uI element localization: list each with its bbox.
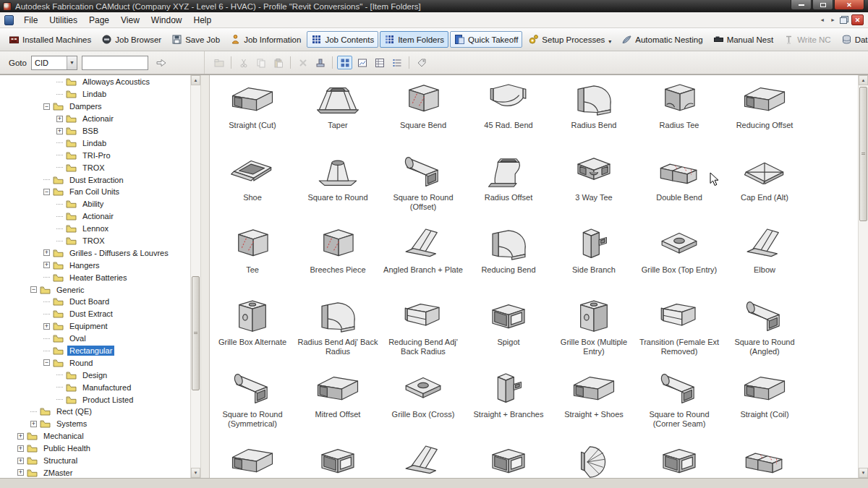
menu-help[interactable]: Help <box>188 13 218 27</box>
item-radius-tee[interactable]: Radius Tee <box>637 78 722 150</box>
item-partial[interactable] <box>466 440 551 478</box>
tree-item-design[interactable]: Design <box>0 369 190 381</box>
item-square-to-round-angled[interactable]: Square to Round (Angled) <box>722 295 807 367</box>
item-angled-branch-plate[interactable]: Angled Branch + Plate <box>380 223 466 295</box>
tree-item-rectangular[interactable]: Rectangular <box>0 345 190 357</box>
item-mitred-offset[interactable]: Mitred Offset <box>295 367 380 440</box>
tree-item-bsb[interactable]: +BSB <box>0 125 190 137</box>
menu-file[interactable]: File <box>18 13 43 27</box>
item-reducing-bend-adj-back-radius[interactable]: Reducing Bend Adj' Back Radius <box>380 295 466 367</box>
grid-scrollbar-thumb[interactable] <box>859 87 867 221</box>
toolbar-button-quick-takeoff[interactable]: Quick Takeoff <box>450 31 522 48</box>
goto-search-input[interactable] <box>82 56 148 70</box>
collapse-icon[interactable]: − <box>43 189 50 195</box>
item-partial[interactable] <box>722 440 807 478</box>
tree-item-equipment[interactable]: +Equipment <box>0 320 190 333</box>
tree-item-zmaster[interactable]: +ZMaster <box>0 467 190 479</box>
scroll-up-icon[interactable]: ▲ <box>191 75 200 85</box>
item-square-bend[interactable]: Square Bend <box>380 78 466 150</box>
tree-item-actionair[interactable]: Actionair <box>0 210 190 223</box>
nav-forward-icon[interactable]: ► <box>829 16 837 24</box>
properties-button[interactable] <box>312 56 328 69</box>
tree-item-manufactured[interactable]: Manufactured <box>0 381 190 393</box>
item-partial[interactable] <box>551 440 637 478</box>
item-radius-offset[interactable]: Radius Offset <box>466 150 551 223</box>
mdi-close-button[interactable]: ✕ <box>851 14 864 25</box>
minimize-button[interactable] <box>791 0 812 10</box>
expand-icon[interactable]: + <box>30 421 37 427</box>
tree-item-trox[interactable]: TROX <box>0 235 190 247</box>
item-radius-bend-adj-back-radius[interactable]: Radius Bend Adj' Back Radius <box>295 295 380 367</box>
expand-icon[interactable]: + <box>17 469 24 476</box>
item-reducing-offset[interactable]: Reducing Offset <box>722 78 807 150</box>
item-square-to-round[interactable]: Square to Round <box>295 150 380 223</box>
expand-icon[interactable]: + <box>43 249 50 256</box>
tree-item-grilles-diffusers-louvres[interactable]: +Grilles - Diffusers & Louvres <box>0 247 190 259</box>
item-straight-branches[interactable]: Straight + Branches <box>466 367 551 440</box>
collapse-icon[interactable]: − <box>43 103 50 110</box>
menu-window[interactable]: Window <box>145 13 188 27</box>
tree-item-public-health[interactable]: +Public Health <box>0 442 190 455</box>
expand-icon[interactable]: + <box>43 262 50 268</box>
expand-icon[interactable]: + <box>17 445 24 452</box>
grid-scrollbar[interactable]: ▲ ▼ <box>858 75 868 478</box>
tree-item-systems[interactable]: +Systems <box>0 418 190 430</box>
item-transition-female-ext-removed[interactable]: Transition (Female Ext Removed) <box>637 295 722 367</box>
view-details-button[interactable] <box>372 56 387 69</box>
tree-scrollbar-thumb[interactable] <box>192 276 200 390</box>
expand-icon[interactable]: + <box>17 458 24 464</box>
tree-item-product-listed[interactable]: Product Listed <box>0 393 190 406</box>
item-45-rad-bend[interactable]: 45 Rad. Bend <box>466 78 551 150</box>
tree-item-fan-coil-units[interactable]: −Fan Coil Units <box>0 186 190 198</box>
item-partial[interactable] <box>210 440 295 478</box>
expand-icon[interactable]: + <box>17 433 24 440</box>
item-shoe[interactable]: Shoe <box>210 150 295 223</box>
menu-page[interactable]: Page <box>83 13 115 27</box>
toolbar-button-save-job[interactable]: Save Job <box>167 31 224 48</box>
item-partial[interactable] <box>295 440 380 478</box>
item-spigot[interactable]: Spigot <box>466 295 551 367</box>
tree-item-dust-extraction[interactable]: Dust Extraction <box>0 174 190 186</box>
toolbar-button-database[interactable]: Database <box>837 31 868 48</box>
expand-icon[interactable]: + <box>56 116 63 122</box>
view-large-icons-button[interactable] <box>337 56 352 69</box>
scroll-down-icon[interactable]: ▼ <box>191 468 200 478</box>
view-thumbnails-button[interactable] <box>354 56 370 69</box>
item-square-to-round-corner-seam[interactable]: Square to Round (Corner Seam) <box>637 367 722 440</box>
menu-view[interactable]: View <box>115 13 145 27</box>
item-grille-box-multiple-entry[interactable]: Grille Box (Multiple Entry) <box>551 295 637 367</box>
tree-item-lindab[interactable]: Lindab <box>0 88 190 100</box>
panel-splitter[interactable] <box>200 75 210 478</box>
tree-item-structural[interactable]: +Structural <box>0 455 190 467</box>
item-double-bend[interactable]: Double Bend <box>637 150 722 223</box>
collapse-icon[interactable]: − <box>30 286 37 293</box>
tree-item-rect-qe[interactable]: Rect (QE) <box>0 406 190 418</box>
toolbar-button-setup-processes[interactable]: Setup Processes▾ <box>524 31 616 48</box>
item-3-way-tee[interactable]: 3 Way Tee <box>551 150 637 223</box>
maximize-button[interactable] <box>812 0 833 10</box>
item-partial[interactable] <box>637 440 722 478</box>
tree-item-trox[interactable]: TROX <box>0 161 190 174</box>
nav-back-icon[interactable]: ◄ <box>818 16 826 24</box>
expand-icon[interactable]: + <box>43 323 50 330</box>
filter-button[interactable] <box>414 56 429 69</box>
item-tee[interactable]: Tee <box>210 223 295 295</box>
item-side-branch[interactable]: Side Branch <box>551 223 637 295</box>
scroll-up-icon[interactable]: ▲ <box>859 75 868 85</box>
item-radius-bend[interactable]: Radius Bend <box>551 78 637 150</box>
toolbar-button-job-information[interactable]: Job Information <box>226 31 305 48</box>
tree-item-ability[interactable]: Ability <box>0 198 190 210</box>
view-list-button[interactable] <box>389 56 404 69</box>
toolbar-button-manual-nest[interactable]: Manual Nest <box>709 31 778 48</box>
tree-item-dust-extract[interactable]: Dust Extract <box>0 308 190 320</box>
item-square-to-round-offset[interactable]: Square to Round (Offset) <box>380 150 466 223</box>
mdi-restore-button[interactable] <box>840 16 848 24</box>
toolbar-button-item-folders[interactable]: Item Folders <box>380 31 448 48</box>
item-grille-box-cross[interactable]: Grille Box (Cross) <box>380 367 466 440</box>
toolbar-button-automatic-nesting[interactable]: Automatic Nesting <box>617 31 707 48</box>
tree-item-lindab[interactable]: Lindab <box>0 137 190 149</box>
item-square-to-round-symmetrical[interactable]: Square to Round (Symmetrical) <box>210 367 295 440</box>
tree-item-alloways-acoustics[interactable]: Alloways Acoustics <box>0 76 190 88</box>
menu-utilities[interactable]: Utilities <box>43 13 83 27</box>
item-straight-cut[interactable]: Straight (Cut) <box>210 78 295 150</box>
